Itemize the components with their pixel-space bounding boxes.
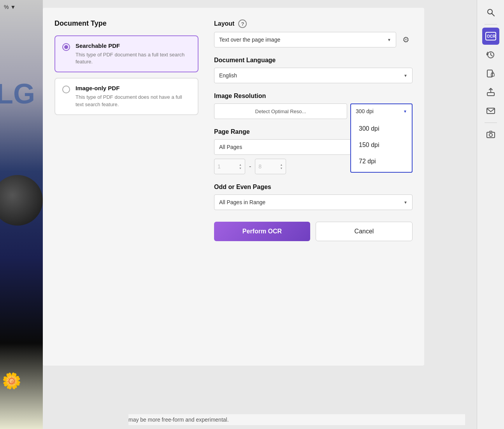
zoom-control[interactable]: % ▼	[4, 4, 16, 10]
odd-even-section: Odd or Even Pages All Pages in Range ▼	[214, 184, 413, 210]
resolution-dropdown-container: 300 dpi ▼ 300 dpi 150 dpi 72 dpi	[350, 103, 413, 119]
page-to-input[interactable]: 8 ▲ ▼	[255, 159, 286, 174]
document-type-column: Document Type Searchable PDF This type o…	[54, 19, 198, 241]
sidebar-share-icon[interactable]	[482, 84, 499, 101]
page-to-value: 8	[258, 163, 262, 170]
image-only-pdf-option[interactable]: Image-only PDF This type of PDF document…	[54, 78, 198, 115]
action-buttons: Perform OCR Cancel	[214, 222, 413, 241]
resolution-option-72[interactable]: 72 dpi	[351, 153, 412, 170]
document-type-title: Document Type	[54, 19, 198, 28]
perform-ocr-button[interactable]: Perform OCR	[214, 222, 310, 241]
bg-flower: 🌼	[2, 372, 21, 390]
detect-resolution-button[interactable]: Detect Optimal Reso...	[214, 103, 347, 119]
layout-section: Layout ? Text over the page image ▼ ⚙	[214, 19, 413, 47]
svg-line-1	[492, 14, 494, 16]
cancel-button[interactable]: Cancel	[316, 222, 413, 241]
resolution-dropdown-menu: 300 dpi 150 dpi 72 dpi	[350, 118, 413, 173]
page-to-stepper[interactable]: ▲ ▼	[280, 163, 283, 170]
odd-even-dropdown[interactable]: All Pages in Range ▼	[214, 194, 413, 210]
page-from-up-arrow[interactable]: ▲	[239, 163, 242, 166]
resolution-label-row: Image Resolution	[214, 93, 413, 100]
image-only-pdf-text: Image-only PDF This type of PDF document…	[76, 85, 191, 108]
page-from-value: 1	[218, 163, 221, 170]
layout-selected-value: Text over the page image	[219, 37, 280, 43]
resolution-dropdown-trigger[interactable]: 300 dpi ▼	[350, 103, 413, 119]
odd-even-dropdown-arrow: ▼	[404, 200, 407, 205]
resolution-dropdown-arrow-icon: ▼	[403, 109, 407, 114]
page-range-dash: -	[249, 163, 251, 170]
resolution-label: Image Resolution	[214, 93, 266, 100]
bg-circle	[0, 175, 43, 226]
background-image: LG 🌼	[0, 0, 43, 429]
svg-rect-9	[487, 108, 495, 114]
sidebar-search-icon[interactable]	[482, 4, 499, 21]
searchable-pdf-text: Searchable PDF This type of PDF document…	[76, 42, 191, 65]
searchable-radio[interactable]	[62, 43, 70, 51]
ocr-dialog: Document Type Searchable PDF This type o…	[43, 8, 424, 366]
layout-row: Text over the page image ▼ ⚙	[214, 32, 413, 47]
sidebar-divider-1	[485, 24, 497, 25]
layout-dropdown[interactable]: Text over the page image ▼	[214, 32, 396, 47]
page-from-down-arrow[interactable]: ▼	[239, 167, 242, 170]
gear-icon: ⚙	[402, 35, 409, 44]
language-section: Document Language English ▼	[214, 57, 413, 83]
page-to-down-arrow[interactable]: ▼	[280, 167, 283, 170]
detect-btn-label: Detect Optimal Reso...	[255, 109, 306, 114]
language-label-row: Document Language	[214, 57, 413, 64]
odd-even-selected-value: All Pages in Range	[219, 199, 265, 205]
language-selected-value: English	[219, 72, 237, 79]
settings-column: Layout ? Text over the page image ▼ ⚙ Do…	[214, 19, 413, 241]
page-from-stepper[interactable]: ▲ ▼	[239, 163, 242, 170]
layout-gear-button[interactable]: ⚙	[399, 33, 413, 46]
language-label: Document Language	[214, 57, 276, 64]
sidebar-camera-icon[interactable]	[482, 126, 499, 143]
resolution-section: Image Resolution Detect Optimal Reso... …	[214, 93, 413, 119]
sidebar-history-icon[interactable]	[482, 46, 499, 63]
bottom-text: may be more free-form and experimental.	[128, 414, 465, 425]
sidebar-document-lock-icon[interactable]	[482, 65, 499, 82]
resolution-option-300[interactable]: 300 dpi	[351, 121, 412, 137]
page-to-up-arrow[interactable]: ▲	[280, 163, 283, 166]
page-from-input[interactable]: 1 ▲ ▼	[214, 159, 245, 174]
language-dropdown-arrow: ▼	[404, 74, 407, 78]
page-range-selected-value: All Pages	[219, 144, 242, 150]
searchable-pdf-option[interactable]: Searchable PDF This type of PDF document…	[54, 35, 198, 72]
bg-letters: LG	[0, 78, 35, 110]
language-dropdown[interactable]: English ▼	[214, 68, 413, 83]
image-only-radio[interactable]	[62, 86, 70, 93]
image-only-pdf-label: Image-only PDF	[76, 85, 191, 91]
layout-label: Layout	[214, 20, 234, 27]
resolution-option-150[interactable]: 150 dpi	[351, 137, 412, 153]
searchable-pdf-desc: This type of PDF document has a full tex…	[76, 51, 191, 65]
image-only-pdf-desc: This type of PDF document does not have …	[76, 94, 191, 108]
sidebar-ocr-icon[interactable]: OCR	[482, 28, 499, 45]
searchable-pdf-label: Searchable PDF	[76, 42, 191, 49]
odd-even-label: Odd or Even Pages	[214, 184, 413, 191]
layout-help-icon[interactable]: ?	[238, 19, 247, 28]
right-sidebar: OCR	[477, 0, 504, 429]
zoom-value: %	[4, 4, 9, 10]
svg-rect-7	[487, 93, 494, 96]
sidebar-divider-2	[485, 123, 497, 123]
layout-dropdown-arrow: ▼	[387, 38, 391, 42]
layout-label-row: Layout ?	[214, 19, 413, 28]
zoom-arrow: ▼	[10, 4, 16, 10]
svg-point-11	[489, 133, 492, 137]
resolution-selected-value: 300 dpi	[356, 108, 374, 114]
sidebar-mail-icon[interactable]	[482, 102, 499, 119]
svg-text:OCR: OCR	[487, 34, 496, 39]
